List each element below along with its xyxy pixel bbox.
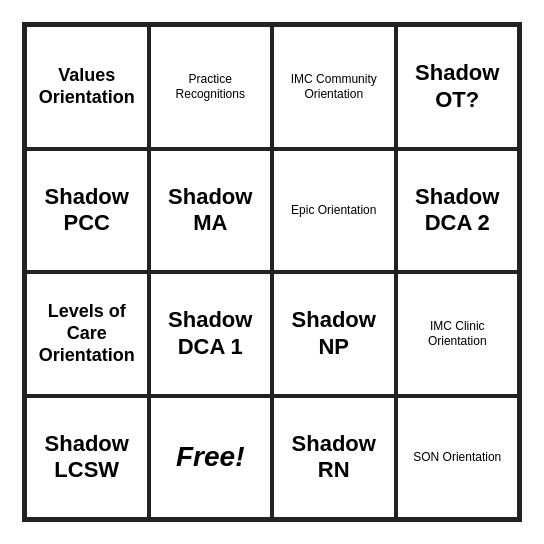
cell-text-r2c2: Shadow NP (280, 307, 388, 360)
cell-r2c0: Levels of Care Orientation (25, 272, 149, 396)
bingo-card: Values OrientationPractice RecognitionsI… (22, 22, 522, 522)
cell-text-r0c2: IMC Community Orientation (280, 72, 388, 101)
cell-text-r1c3: Shadow DCA 2 (404, 184, 512, 237)
cell-text-r0c0: Values Orientation (33, 65, 141, 108)
cell-text-r0c3: Shadow OT? (404, 60, 512, 113)
cell-r2c1: Shadow DCA 1 (149, 272, 273, 396)
cell-text-r2c0: Levels of Care Orientation (33, 301, 141, 366)
cell-r1c0: Shadow PCC (25, 149, 149, 273)
cell-r0c3: Shadow OT? (396, 25, 520, 149)
cell-text-r1c2: Epic Orientation (291, 203, 376, 217)
cell-text-r1c1: Shadow MA (157, 184, 265, 237)
cell-text-r2c1: Shadow DCA 1 (157, 307, 265, 360)
cell-r0c1: Practice Recognitions (149, 25, 273, 149)
cell-text-r2c3: IMC Clinic Orientation (404, 319, 512, 348)
cell-r0c2: IMC Community Orientation (272, 25, 396, 149)
cell-r3c3: SON Orientation (396, 396, 520, 520)
cell-text-r0c1: Practice Recognitions (157, 72, 265, 101)
cell-text-r1c0: Shadow PCC (33, 184, 141, 237)
cell-r3c1: Free! (149, 396, 273, 520)
cell-r3c2: Shadow RN (272, 396, 396, 520)
cell-r1c2: Epic Orientation (272, 149, 396, 273)
cell-text-r3c3: SON Orientation (413, 450, 501, 464)
cell-r2c2: Shadow NP (272, 272, 396, 396)
cell-text-r3c2: Shadow RN (280, 431, 388, 484)
cell-text-r3c1: Free! (176, 440, 244, 474)
cell-r3c0: Shadow LCSW (25, 396, 149, 520)
cell-r1c1: Shadow MA (149, 149, 273, 273)
cell-r1c3: Shadow DCA 2 (396, 149, 520, 273)
cell-text-r3c0: Shadow LCSW (33, 431, 141, 484)
cell-r2c3: IMC Clinic Orientation (396, 272, 520, 396)
cell-r0c0: Values Orientation (25, 25, 149, 149)
